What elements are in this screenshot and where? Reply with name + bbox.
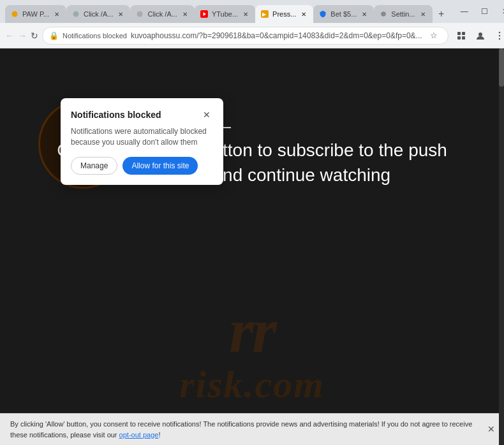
scrollbar[interactable] [499, 48, 504, 445]
gear-favicon [379, 10, 388, 18]
tab6-close[interactable]: ✕ [360, 10, 369, 18]
youtube-favicon [200, 10, 209, 18]
forward-button[interactable]: → [18, 27, 27, 45]
tab1-title: PAW P... [22, 10, 49, 18]
svg-point-0 [12, 11, 18, 17]
svg-rect-13 [462, 36, 465, 40]
minimize-button[interactable]: — [456, 3, 473, 20]
svg-text:🔗: 🔗 [73, 11, 78, 17]
profile-button[interactable] [471, 27, 489, 45]
toolbar-right [452, 27, 504, 45]
paw-favicon [10, 10, 19, 18]
notif-body: Notifications were automatically blocked… [71, 126, 213, 148]
svg-point-15 [498, 31, 500, 33]
press-favicon: ▶ [260, 10, 269, 18]
notification-popup: Notifications blocked ✕ Notifications we… [61, 98, 223, 185]
tab-click2[interactable]: Click /A... ✕ [130, 5, 194, 23]
tab-paw[interactable]: PAW P... ✕ [5, 5, 66, 23]
security-icon: 🔒 [49, 31, 59, 40]
url-bar[interactable]: 🔒 Notifications blocked kuvoaphoussu.com… [42, 27, 448, 45]
url-text: kuvoaphoussu.com/?b=2909618&ba=0&campid=… [131, 31, 422, 40]
bookmark-button[interactable]: ☆ [426, 28, 441, 43]
allow-button[interactable]: Allow for this site [122, 157, 198, 175]
manage-button[interactable]: Manage [71, 157, 117, 175]
browser-frame: PAW P... ✕ 🔗 Click /A... ✕ Click /A... ✕ [0, 0, 504, 445]
notif-header: Notifications blocked ✕ [71, 108, 213, 121]
tab-click1[interactable]: 🔗 Click /A... ✕ [66, 5, 130, 23]
tab5-title: Press... [272, 10, 296, 18]
notif-title: Notifications blocked [71, 110, 161, 120]
menu-button[interactable] [491, 27, 504, 45]
tab3-close[interactable]: ✕ [181, 10, 189, 18]
scrollbar-thumb[interactable] [499, 48, 504, 87]
tab-settings[interactable]: Settin... ✕ [374, 5, 432, 23]
extensions-button[interactable] [452, 27, 470, 45]
webpage: rr risk.com Click the «Allow» button to … [0, 48, 504, 445]
svg-point-16 [498, 34, 500, 36]
address-bar: ← → ↻ 🔒 Notifications blocked kuvoaphous… [0, 23, 504, 48]
tab3-title: Click /A... [147, 10, 177, 18]
url-status: Notifications blocked [63, 32, 127, 40]
window-controls: — ☐ ✕ [456, 3, 504, 20]
opt-out-link[interactable]: opt-out page [119, 431, 159, 439]
svg-rect-12 [457, 36, 461, 40]
svg-point-14 [478, 33, 482, 36]
tab4-title: YTube... [212, 10, 238, 18]
maximize-button[interactable]: ☐ [476, 3, 494, 20]
refresh-button[interactable]: ↻ [31, 27, 38, 45]
svg-point-3 [137, 11, 143, 17]
svg-rect-11 [462, 32, 465, 35]
tab-bet[interactable]: Bet $5... ✕ [313, 5, 374, 23]
tab1-close[interactable]: ✕ [52, 10, 61, 18]
tabs-area: PAW P... ✕ 🔗 Click /A... ✕ Click /A... ✕ [5, 0, 450, 23]
notif-close-button[interactable]: ✕ [200, 108, 213, 121]
link-favicon1: 🔗 [71, 10, 80, 18]
back-button[interactable]: ← [5, 27, 14, 45]
tab-press[interactable]: ▶ Press... ✕ [255, 5, 313, 23]
bottom-banner: By clicking 'Allow' button, you consent … [0, 413, 504, 445]
close-button[interactable]: ✕ [496, 3, 504, 20]
tab-youtube[interactable]: YTube... ✕ [195, 5, 255, 23]
svg-point-9 [382, 13, 385, 16]
svg-text:▶: ▶ [262, 11, 267, 17]
title-bar: PAW P... ✕ 🔗 Click /A... ✕ Click /A... ✕ [0, 0, 504, 23]
link-favicon2 [135, 10, 144, 18]
tab4-close[interactable]: ✕ [241, 10, 250, 18]
banner-close-button[interactable]: ✕ [484, 422, 499, 437]
watermark-logo: rr [179, 299, 325, 363]
new-tab-button[interactable]: + [433, 5, 450, 23]
tab7-close[interactable]: ✕ [419, 10, 427, 18]
tab6-title: Bet $5... [330, 10, 357, 18]
watermark-site: risk.com [179, 363, 325, 407]
tab5-close[interactable]: ✕ [299, 10, 308, 18]
banner-text-end: ! [158, 431, 160, 439]
banner-text: By clicking 'Allow' button, you consent … [10, 420, 472, 439]
svg-rect-10 [457, 32, 461, 35]
tab7-title: Settin... [391, 10, 415, 18]
watermark: rr risk.com [179, 299, 325, 407]
tab2-title: Click /A... [84, 10, 113, 18]
url-actions: ☆ [426, 28, 441, 43]
notif-actions: Manage Allow for this site [71, 157, 213, 175]
shield-favicon [318, 10, 327, 18]
svg-point-17 [498, 38, 500, 39]
tab2-close[interactable]: ✕ [116, 10, 125, 18]
